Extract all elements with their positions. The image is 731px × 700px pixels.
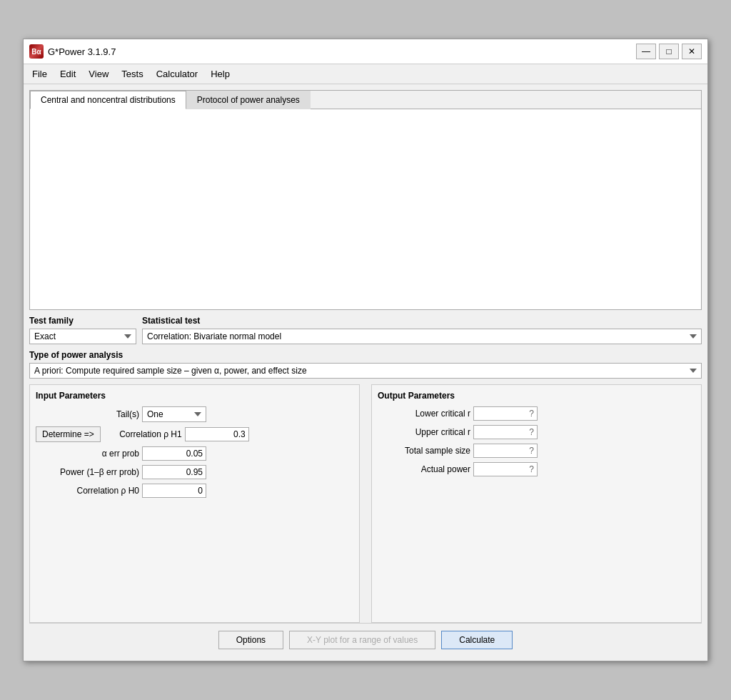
- test-dropdowns: Test family Exact F tests t tests χ² tes…: [29, 316, 702, 344]
- power-input[interactable]: [142, 465, 206, 479]
- menu-bar: File Edit View Tests Calculator Help: [24, 64, 707, 84]
- alpha-input[interactable]: [142, 446, 206, 461]
- correlation-h1-input[interactable]: [185, 427, 249, 441]
- power-analysis-section: Type of power analysis A priori: Compute…: [29, 350, 702, 379]
- total-sample-size-value: [473, 444, 538, 458]
- upper-critical-r-label: Upper critical r: [378, 427, 470, 437]
- correlation-h0-row: Correlation ρ H0: [36, 484, 353, 498]
- menu-tests[interactable]: Tests: [116, 66, 148, 81]
- power-analysis-select[interactable]: A priori: Compute required sample size –…: [29, 363, 702, 379]
- app-icon: Bα: [29, 44, 44, 59]
- alpha-row: α err prob: [36, 446, 353, 461]
- title-bar-controls: — □ ✕: [636, 44, 702, 59]
- upper-critical-r-value: [473, 425, 538, 439]
- menu-edit[interactable]: Edit: [54, 66, 81, 81]
- options-button[interactable]: Options: [218, 631, 283, 649]
- input-spacer: [36, 502, 353, 616]
- tails-row: Tail(s) One Two: [36, 406, 353, 422]
- power-row: Power (1–β err prob): [36, 465, 353, 479]
- total-sample-size-row: Total sample size: [378, 444, 695, 458]
- power-analysis-label: Type of power analysis: [29, 350, 702, 360]
- lower-critical-r-row: Lower critical r: [378, 406, 695, 421]
- tab-container: Central and noncentral distributions Pro…: [29, 90, 702, 310]
- actual-power-value: [473, 462, 538, 476]
- statistical-test-select[interactable]: Correlation: Bivariate normal model: [142, 329, 702, 344]
- tab-protocol[interactable]: Protocol of power analyses: [186, 91, 311, 109]
- determine-button[interactable]: Determine =>: [36, 426, 101, 442]
- correlation-h0-label: Correlation ρ H0: [36, 486, 139, 496]
- menu-view[interactable]: View: [83, 66, 114, 81]
- statistical-test-label: Statistical test: [142, 316, 702, 326]
- tails-label: Tail(s): [36, 409, 139, 419]
- input-params-title: Input Parameters: [36, 391, 353, 401]
- title-bar: Bα G*Power 3.1.9.7 — □ ✕: [24, 39, 707, 64]
- close-button[interactable]: ✕: [682, 44, 702, 59]
- correlation-h1-row: Determine => Correlation ρ H1: [36, 426, 353, 442]
- test-family-label: Test family: [29, 316, 136, 326]
- window-title: G*Power 3.1.9.7: [48, 46, 116, 57]
- input-parameters-panel: Input Parameters Tail(s) One Two Determi…: [29, 384, 360, 623]
- menu-help[interactable]: Help: [205, 66, 236, 81]
- parameters-area: Input Parameters Tail(s) One Two Determi…: [29, 384, 702, 623]
- tab-header: Central and noncentral distributions Pro…: [30, 91, 701, 109]
- correlation-h1-label: Correlation ρ H1: [104, 429, 182, 439]
- alpha-label: α err prob: [36, 449, 139, 459]
- output-params-title: Output Parameters: [378, 391, 695, 401]
- correlation-h0-input[interactable]: [142, 484, 206, 498]
- actual-power-row: Actual power: [378, 462, 695, 476]
- total-sample-size-label: Total sample size: [378, 446, 470, 456]
- lower-critical-r-value: [473, 406, 538, 421]
- actual-power-label: Actual power: [378, 464, 470, 474]
- tab-distributions[interactable]: Central and noncentral distributions: [30, 91, 186, 109]
- output-spacer: [378, 481, 695, 595]
- calculate-button[interactable]: Calculate: [441, 631, 513, 649]
- tab-content-distributions: [30, 109, 701, 309]
- title-bar-left: Bα G*Power 3.1.9.7: [29, 44, 116, 59]
- menu-calculator[interactable]: Calculator: [151, 66, 204, 81]
- statistical-test-group: Statistical test Correlation: Bivariate …: [142, 316, 702, 344]
- main-window: Bα G*Power 3.1.9.7 — □ ✕ File Edit View …: [23, 39, 708, 661]
- upper-critical-r-row: Upper critical r: [378, 425, 695, 439]
- minimize-button[interactable]: —: [636, 44, 656, 59]
- tails-select[interactable]: One Two: [142, 406, 206, 422]
- lower-critical-r-label: Lower critical r: [378, 409, 470, 419]
- xy-plot-button[interactable]: X-Y plot for a range of values: [289, 631, 435, 649]
- power-analysis-row: A priori: Compute required sample size –…: [29, 363, 702, 379]
- output-parameters-panel: Output Parameters Lower critical r Upper…: [371, 384, 702, 623]
- maximize-button[interactable]: □: [659, 44, 679, 59]
- main-content: Central and noncentral distributions Pro…: [24, 84, 707, 661]
- test-family-group: Test family Exact F tests t tests χ² tes…: [29, 316, 136, 344]
- bottom-buttons: Options X-Y plot for a range of values C…: [29, 623, 702, 655]
- power-label: Power (1–β err prob): [36, 467, 139, 477]
- test-family-select[interactable]: Exact F tests t tests χ² tests z tests: [29, 329, 136, 344]
- menu-file[interactable]: File: [26, 66, 53, 81]
